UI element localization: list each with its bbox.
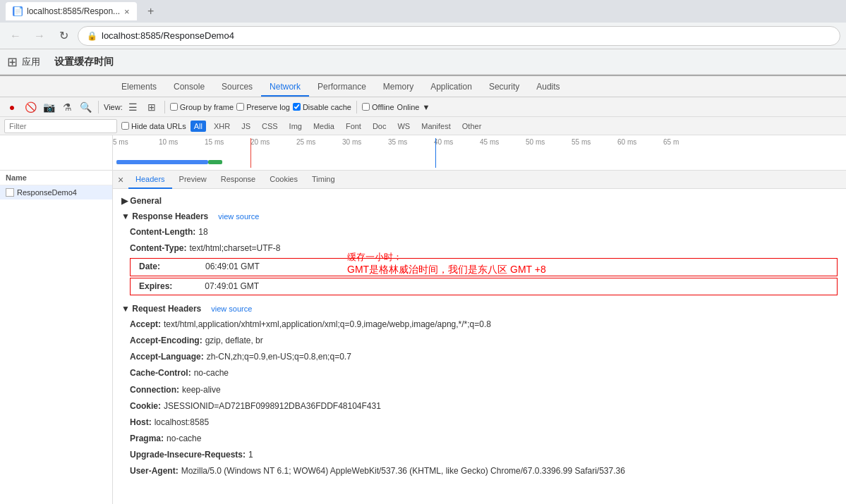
response-headers-section: ▼ Response Headers view source Content-L… [121, 209, 838, 295]
header-name-accept-language: Accept-Language: [130, 350, 204, 364]
timeline-label-20ms: 20 ms [250, 138, 296, 146]
hide-data-urls-label[interactable]: Hide data URLs [121, 122, 186, 130]
detail-close-button[interactable]: × [113, 172, 128, 188]
general-section-header[interactable]: ▶ General [121, 193, 838, 209]
filter-css-button[interactable]: CSS [258, 121, 282, 132]
hide-data-urls-text: Hide data URLs [131, 122, 186, 130]
request-headers-label: ▼ Request Headers [121, 304, 201, 314]
devtools-toolbar: ● 🚫 📷 ⚗ 🔍 View: ☰ ⊞ Group by frame Prese… [0, 97, 846, 117]
app-grid-icon[interactable]: ⊞ [7, 54, 18, 70]
tab-memory[interactable]: Memory [375, 78, 422, 97]
filter-manifest-button[interactable]: Manifest [418, 121, 454, 132]
timeline-label-60ms: 60 ms [617, 138, 663, 146]
app-bar: ⊞ 应用 设置缓存时间 [0, 49, 846, 75]
header-row-cookie: Cookie: JSESSIONID=AD721BF0998912DBA36FD… [121, 398, 838, 414]
back-button[interactable]: ← [6, 26, 25, 46]
forward-button[interactable]: → [30, 26, 49, 46]
header-value-content-type: text/html;charset=UTF-8 [189, 242, 280, 255]
url-text: localhost:8585/ResponseDemo4 [102, 30, 234, 41]
browser-tab[interactable]: 📄 localhost:8585/Respon... × [6, 2, 137, 20]
tab-audits[interactable]: Audits [528, 78, 568, 97]
timeline-label-65ms: 65 m [663, 138, 709, 146]
preserve-log-label[interactable]: Preserve log [236, 103, 290, 111]
tree-view-button[interactable]: ⊞ [144, 99, 159, 115]
header-value-user-agent: Mozilla/5.0 (Windows NT 6.1; WOW64) Appl… [181, 465, 625, 478]
detail-tab-response[interactable]: Response [214, 171, 263, 189]
filter-js-button[interactable]: JS [238, 121, 254, 132]
filter-ws-button[interactable]: WS [394, 121, 413, 132]
timeline-label-40ms: 40 ms [434, 138, 480, 146]
tab-security[interactable]: Security [481, 78, 528, 97]
header-value-cache-control: no-cache [194, 367, 229, 380]
search-button[interactable]: 🔍 [78, 99, 93, 115]
new-tab-button[interactable]: + [143, 3, 159, 20]
filter-doc-button[interactable]: Doc [369, 121, 390, 132]
camera-button[interactable]: 📷 [41, 99, 56, 115]
header-row-host: Host: localhost:8585 [121, 414, 838, 431]
filter-img-button[interactable]: Img [286, 121, 306, 132]
response-headers-section-header[interactable]: ▼ Response Headers view source [121, 209, 838, 224]
page-title: 设置缓存时间 [54, 56, 114, 68]
filter-input[interactable] [4, 119, 117, 133]
offline-label[interactable]: Offline [362, 103, 394, 111]
filter-font-button[interactable]: Font [342, 121, 365, 132]
tab-sources[interactable]: Sources [213, 78, 261, 97]
group-by-frame-text: Group by frame [180, 103, 234, 111]
tab-network[interactable]: Network [261, 78, 309, 97]
header-name-upgrade-insecure: Upgrade-Insecure-Requests: [130, 448, 246, 462]
detail-tab-preview[interactable]: Preview [172, 171, 214, 189]
timeline-label-50ms: 50 ms [526, 138, 572, 146]
file-item[interactable]: ResponseDemo4 [0, 185, 112, 199]
detail-tab-headers[interactable]: Headers [128, 171, 172, 189]
header-name-accept-encoding: Accept-Encoding: [130, 334, 203, 348]
header-row-accept: Accept: text/html,application/xhtml+xml,… [121, 316, 838, 333]
header-name-user-agent: User-Agent: [130, 465, 179, 478]
header-value-content-length: 18 [198, 226, 207, 239]
header-value-accept-encoding: gzip, deflate, br [205, 334, 263, 348]
group-by-frame-checkbox[interactable] [170, 103, 178, 111]
tab-title: localhost:8585/Respon... [27, 6, 120, 16]
hide-data-urls-checkbox[interactable] [121, 122, 129, 130]
timeline-bar-green [208, 160, 222, 164]
group-by-frame-label[interactable]: Group by frame [170, 103, 234, 111]
filter-other-button[interactable]: Other [459, 121, 485, 132]
filter-button[interactable]: ⚗ [59, 99, 75, 115]
file-icon [6, 188, 14, 197]
filter-media-button[interactable]: Media [310, 121, 338, 132]
record-button[interactable]: ● [4, 99, 20, 115]
header-value-cookie: JSESSIONID=AD721BF0998912DBA36FDDF48104F… [164, 400, 381, 413]
tab-performance[interactable]: Performance [309, 78, 375, 97]
browser-titlebar: 📄 localhost:8585/Respon... × + [0, 0, 846, 23]
list-view-button[interactable]: ☰ [126, 99, 141, 115]
toolbar-separator2 [164, 101, 165, 113]
disable-cache-checkbox[interactable] [293, 103, 301, 111]
filter-xhr-button[interactable]: XHR [210, 121, 234, 132]
tab-application[interactable]: Application [422, 78, 481, 97]
refresh-button[interactable]: ↻ [54, 26, 73, 46]
address-bar[interactable]: 🔒 localhost:8585/ResponseDemo4 [78, 26, 840, 46]
disable-cache-label[interactable]: Disable cache [293, 103, 351, 111]
annotation-line1: 缓存一小时： [347, 251, 546, 264]
tab-close-button[interactable]: × [124, 6, 130, 17]
timeline-label-15ms: 15 ms [205, 138, 250, 146]
app-label[interactable]: 应用 [22, 56, 40, 68]
file-name: ResponseDemo4 [17, 188, 77, 197]
header-row-content-length: Content-Length: 18 [121, 224, 838, 240]
tab-elements[interactable]: Elements [113, 78, 165, 97]
request-headers-section-header[interactable]: ▼ Request Headers view source [121, 301, 838, 316]
detail-tab-cookies[interactable]: Cookies [262, 171, 305, 189]
header-value-date: 06:49:01 GMT [163, 260, 260, 273]
header-name-date: Date: [139, 260, 160, 273]
offline-checkbox[interactable] [362, 103, 370, 111]
detail-tab-timing[interactable]: Timing [305, 171, 342, 189]
filter-all-button[interactable]: All [191, 121, 206, 132]
tab-console[interactable]: Console [165, 78, 213, 97]
preserve-log-checkbox[interactable] [236, 103, 244, 111]
dropdown-icon[interactable]: ▼ [422, 103, 430, 111]
online-label: Online [397, 103, 420, 111]
clear-button[interactable]: 🚫 [23, 99, 38, 115]
response-headers-view-source[interactable]: view source [218, 212, 259, 221]
toolbar-separator3 [356, 101, 357, 113]
toolbar-separator [98, 101, 99, 113]
request-headers-view-source[interactable]: view source [211, 305, 252, 313]
